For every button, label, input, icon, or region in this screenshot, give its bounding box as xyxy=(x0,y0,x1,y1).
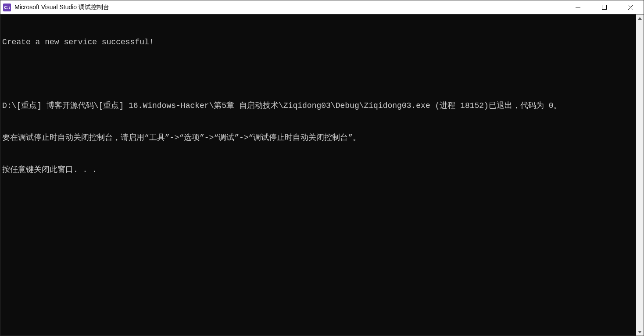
maximize-icon xyxy=(602,5,607,10)
console-line: 要在调试停止时自动关闭控制台，请启用“工具”->“选项”->“调试”->“调试停… xyxy=(2,132,634,143)
close-button[interactable] xyxy=(617,0,644,14)
app-icon-text: C:\ xyxy=(4,5,10,10)
svg-marker-5 xyxy=(638,331,642,333)
window-controls xyxy=(565,0,644,14)
chevron-up-icon xyxy=(638,17,642,20)
close-icon xyxy=(628,5,633,10)
window-title: Microsoft Visual Studio 调试控制台 xyxy=(14,4,109,11)
svg-rect-1 xyxy=(602,5,606,10)
console-line: 按任意键关闭此窗口. . . xyxy=(2,164,634,175)
app-icon: C:\ xyxy=(3,4,11,11)
minimize-icon xyxy=(576,5,580,10)
titlebar-left: C:\ Microsoft Visual Studio 调试控制台 xyxy=(0,4,109,11)
titlebar[interactable]: C:\ Microsoft Visual Studio 调试控制台 xyxy=(0,0,644,14)
console-blank-line xyxy=(2,68,634,79)
console-line: Create a new service successful! xyxy=(2,37,634,47)
minimize-button[interactable] xyxy=(565,0,591,14)
window-frame: C:\ Microsoft Visual Studio 调试控制台 Create… xyxy=(0,0,644,336)
chevron-down-icon xyxy=(638,331,642,333)
svg-marker-4 xyxy=(638,17,642,20)
scroll-up-button[interactable] xyxy=(636,14,644,22)
maximize-button[interactable] xyxy=(591,0,617,14)
console-output[interactable]: Create a new service successful! D:\[重点]… xyxy=(0,14,636,336)
scroll-down-button[interactable] xyxy=(636,328,644,336)
vertical-scrollbar[interactable] xyxy=(636,14,644,336)
client-area: Create a new service successful! D:\[重点]… xyxy=(0,14,644,336)
console-line: D:\[重点] 博客开源代码\[重点] 16.Windows-Hacker\第5… xyxy=(2,100,634,111)
